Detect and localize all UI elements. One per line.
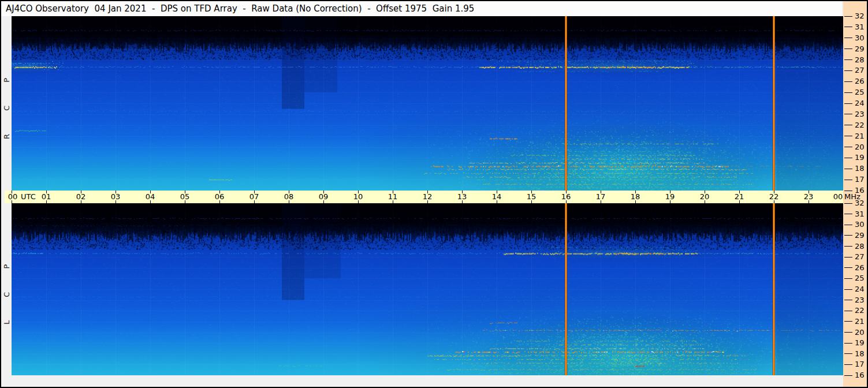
lcp-spectrogram-canvas <box>12 203 843 375</box>
hour-tick <box>150 191 151 193</box>
freq-tick-label: 24 <box>855 285 865 293</box>
freq-tick-mark <box>844 114 852 114</box>
freq-tick-rcp-26: 26 <box>844 77 865 85</box>
freq-tick-mark <box>844 278 852 279</box>
hour-label-13: 13 <box>457 192 467 201</box>
freq-tick-label: 22 <box>855 307 865 315</box>
hour-tick <box>462 191 463 193</box>
freq-tick-label: 31 <box>855 23 865 31</box>
freq-tick-label: 17 <box>855 176 865 184</box>
hour-tick <box>358 191 359 193</box>
freq-tick-label: 25 <box>855 274 865 282</box>
freq-tick-label: 30 <box>855 221 865 229</box>
freq-tick-mark <box>844 81 852 82</box>
freq-tick-rcp-18: 18 <box>844 165 865 173</box>
hour-tick <box>81 200 81 203</box>
freq-tick-label: 27 <box>855 66 865 74</box>
freq-tick-label: 16 <box>855 371 865 379</box>
page-title: AJ4CO Observatory 04 Jan 2021 - DPS on T… <box>6 3 474 14</box>
hour-tick <box>601 191 601 193</box>
hour-tick <box>12 200 12 203</box>
hour-tick <box>185 200 185 203</box>
hour-tick <box>809 191 809 193</box>
freq-tick-lcp-21: 21 <box>844 318 865 326</box>
hour-tick <box>705 191 705 193</box>
freq-tick-label: 16 <box>855 186 865 195</box>
freq-tick-lcp-31: 31 <box>844 210 865 218</box>
freq-tick-mark <box>844 214 852 214</box>
title-bar: AJ4CO Observatory 04 Jan 2021 - DPS on T… <box>1 1 842 16</box>
hour-label-12: 12 <box>423 192 433 201</box>
hour-tick <box>46 191 47 193</box>
freq-tick-mark <box>844 289 852 290</box>
freq-tick-label: 27 <box>855 253 865 261</box>
freq-tick-lcp-23: 23 <box>844 296 865 304</box>
freq-tick-mark <box>844 321 852 322</box>
hour-label-8: 08 <box>284 192 294 201</box>
freq-tick-mark <box>844 125 852 125</box>
freq-tick-label: 28 <box>855 56 865 64</box>
freq-tick-mark <box>844 246 852 247</box>
freq-tick-mark <box>844 136 852 136</box>
hour-label-22: 22 <box>769 192 779 201</box>
freq-tick-label: 18 <box>855 350 865 358</box>
hour-tick <box>601 200 601 203</box>
hour-label-2: 02 <box>76 192 86 201</box>
freq-tick-lcp-22: 22 <box>844 307 865 315</box>
hour-label-11: 11 <box>388 192 398 201</box>
freq-tick-mark <box>844 92 852 93</box>
hour-tick <box>219 191 220 193</box>
rcp-spectrogram-canvas <box>12 16 843 191</box>
hour-tick <box>393 191 393 193</box>
freq-tick-rcp-32: 32 <box>844 12 865 20</box>
freq-tick-label: 23 <box>855 110 865 118</box>
freq-tick-mark <box>844 257 852 258</box>
hour-tick <box>531 200 532 203</box>
freq-tick-lcp-28: 28 <box>844 242 865 251</box>
freq-tick-rcp-22: 22 <box>844 121 865 129</box>
freq-tick-label: 22 <box>855 121 865 129</box>
hour-tick <box>12 191 12 193</box>
freq-tick-mark <box>844 235 852 236</box>
freq-tick-lcp-24: 24 <box>844 285 865 293</box>
hour-tick <box>531 191 532 193</box>
hour-tick <box>150 200 151 203</box>
utc-label: UTC <box>21 192 36 201</box>
hour-tick <box>289 191 289 193</box>
freq-tick-rcp-23: 23 <box>844 110 865 118</box>
freq-tick-label: 28 <box>855 242 865 251</box>
freq-tick-mark <box>844 225 852 225</box>
hour-tick <box>254 191 255 193</box>
freq-tick-mark <box>844 300 852 300</box>
freq-tick-mark <box>844 70 852 71</box>
hour-label-17: 17 <box>596 192 606 201</box>
freq-tick-label: 31 <box>855 210 865 218</box>
freq-tick-mark <box>844 16 852 17</box>
hour-tick <box>809 200 809 203</box>
hour-label-9: 09 <box>319 192 329 201</box>
freq-tick-label: 18 <box>855 165 865 173</box>
frequency-axis: MHz 323130292827262524232221201918171632… <box>843 1 867 387</box>
freq-tick-mark <box>844 103 852 104</box>
hour-tick <box>497 200 497 203</box>
freq-tick-rcp-16: 16 <box>844 186 865 195</box>
hour-tick <box>393 200 393 203</box>
freq-tick-label: 26 <box>855 77 865 85</box>
freq-tick-lcp-27: 27 <box>844 253 865 261</box>
hour-tick <box>462 200 463 203</box>
freq-tick-rcp-24: 24 <box>844 99 865 107</box>
freq-tick-mark <box>844 48 852 49</box>
freq-tick-label: 21 <box>855 132 865 140</box>
hour-label-0: 00 <box>8 192 18 201</box>
freq-tick-mark <box>844 27 852 27</box>
freq-tick-rcp-19: 19 <box>844 154 865 162</box>
freq-tick-lcp-29: 29 <box>844 232 865 240</box>
freq-tick-mark <box>844 180 852 180</box>
hour-label-14: 14 <box>492 192 502 201</box>
freq-tick-lcp-20: 20 <box>844 329 865 337</box>
hour-label-21: 21 <box>735 192 744 201</box>
freq-tick-mark <box>844 203 852 204</box>
freq-tick-lcp-32: 32 <box>844 199 865 207</box>
freq-tick-label: 19 <box>855 339 865 347</box>
hour-tick <box>323 200 324 203</box>
